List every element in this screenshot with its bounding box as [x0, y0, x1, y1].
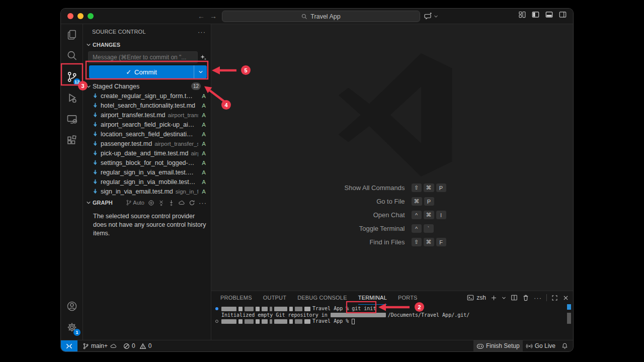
command-center[interactable]: Travel App	[222, 11, 420, 22]
finish-setup-button[interactable]: Finish Setup	[473, 340, 523, 351]
toggle-panel-icon[interactable]	[545, 11, 553, 19]
keycap: ⌘	[424, 211, 434, 219]
chevron-down-icon	[86, 200, 91, 205]
check-icon: ✓	[126, 68, 131, 76]
keycap: ⇧	[412, 238, 422, 246]
sidebar-item-remote-explorer[interactable]	[61, 109, 83, 130]
terminal-scrollbar[interactable]	[567, 313, 571, 324]
keycap: ⇧	[412, 184, 422, 192]
maximize-panel-icon[interactable]	[551, 295, 558, 301]
close-panel-icon[interactable]	[562, 295, 569, 301]
staged-file-row[interactable]: location_search_field_destination_l...A	[83, 129, 211, 139]
shortcut-label: Toggle Terminal	[272, 225, 405, 232]
commit-button-main[interactable]: ✓ Commit	[89, 65, 194, 78]
staged-file-row[interactable]: passenger.test.mdairport_transfer_s...A	[83, 139, 211, 148]
terminal-output[interactable]: Travel App % git init Initialized empty …	[211, 306, 573, 325]
panel-more-icon[interactable]: ···	[534, 294, 542, 302]
terminal-line: Travel App % git init	[215, 306, 573, 312]
git-status-added: A	[201, 189, 206, 195]
workbench: 12 1	[61, 24, 573, 340]
tab-output[interactable]: OUTPUT	[263, 291, 286, 304]
fetch-icon[interactable]	[158, 200, 165, 206]
kill-terminal-icon[interactable]	[522, 294, 529, 301]
git-status-added: A	[201, 150, 206, 156]
sidebar-item-extensions[interactable]	[61, 130, 83, 151]
more-actions-icon[interactable]: ···	[198, 28, 206, 36]
new-terminal-icon[interactable]	[491, 295, 497, 301]
shell-selector[interactable]: zsh	[467, 294, 486, 301]
tab-terminal[interactable]: TERMINAL	[358, 291, 387, 305]
changes-section-header[interactable]: CHANGES	[83, 39, 211, 50]
git-status-added: A	[201, 179, 206, 185]
error-icon	[123, 343, 130, 349]
shortcut-row: Open Chat ^⌘I	[272, 211, 513, 219]
staged-file-row[interactable]: create_regular_sign_up_form.test.mdA	[83, 91, 211, 101]
toggle-primary-sidebar-icon[interactable]	[531, 11, 540, 19]
command-center-label: Travel App	[310, 13, 340, 20]
staged-file-row[interactable]: regular_sign_in_via_mobile.test.md...A	[83, 177, 211, 187]
staged-file-row[interactable]: settings_block_for_not_logged-in_u...A	[83, 158, 211, 167]
commit-message-input[interactable]	[88, 51, 198, 63]
forward-icon[interactable]: →	[210, 12, 217, 20]
minimize-window-button[interactable]	[77, 13, 84, 19]
close-window-button[interactable]	[67, 13, 73, 19]
sidebar-item-run-debug[interactable]	[61, 87, 83, 109]
target-icon[interactable]	[148, 200, 154, 206]
markdown-file-icon	[93, 112, 98, 118]
settings-button[interactable]: 1	[61, 317, 83, 338]
notifications-button[interactable]	[558, 340, 573, 351]
pull-icon[interactable]	[168, 200, 175, 206]
remote-indicator[interactable]	[61, 340, 77, 351]
keycap: ⌘	[412, 197, 422, 206]
back-icon[interactable]: ←	[198, 12, 205, 20]
markdown-file-icon	[93, 93, 98, 99]
sparkle-icon[interactable]	[200, 54, 207, 61]
auto-label: Auto	[133, 200, 144, 206]
chevron-down-icon	[434, 14, 438, 19]
zoom-window-button[interactable]	[88, 13, 94, 19]
git-status-added: A	[201, 141, 206, 147]
sidebar-item-explorer[interactable]	[61, 24, 83, 45]
tab-debug-console[interactable]: DEBUG CONSOLE	[297, 291, 347, 304]
accounts-button[interactable]	[61, 296, 83, 317]
sidebar-item-search[interactable]	[61, 45, 83, 66]
shortcut-label: Find in Files	[272, 238, 405, 246]
staged-file-row[interactable]: hotel_search_functionality.test.mdA	[83, 101, 211, 110]
cloud-icon[interactable]	[178, 200, 185, 206]
commit-button[interactable]: ✓ Commit	[89, 65, 207, 78]
graph-section-header[interactable]: GRAPH Auto ···	[83, 197, 211, 208]
broadcast-icon	[526, 343, 533, 349]
chevron-down-icon[interactable]	[502, 296, 506, 300]
shell-label: zsh	[476, 294, 486, 301]
staged-changes-header[interactable]: Staged Changes 12	[83, 81, 211, 91]
staged-file-row[interactable]: pick-up_date_and_time.test.mdairp...A	[83, 148, 211, 158]
branch-status[interactable]: main+	[79, 340, 120, 351]
toggle-secondary-sidebar-icon[interactable]	[558, 11, 567, 19]
graph-more-icon[interactable]: ···	[199, 199, 207, 207]
auto-toggle[interactable]: Auto	[126, 200, 144, 206]
commit-dropdown[interactable]	[194, 65, 207, 78]
copilot-chat-button[interactable]	[424, 10, 438, 22]
shortcut-row: Go to File ⌘P	[272, 197, 513, 206]
refresh-icon[interactable]	[189, 200, 195, 206]
file-path: airport_transfer_s...	[154, 141, 198, 147]
split-terminal-icon[interactable]	[511, 294, 518, 301]
keycap: `	[424, 224, 434, 233]
keycap: P	[436, 184, 446, 192]
problems-status[interactable]: 0 0	[120, 340, 154, 351]
chevron-down-icon	[198, 69, 203, 74]
file-name: pick-up_date_and_time.test.md	[101, 150, 188, 157]
watermark-shortcuts: Show All Commands ⇧⌘P Go to File ⌘P Open…	[211, 184, 573, 246]
terminal-cursor	[352, 319, 355, 324]
staged-file-row[interactable]: sign_in_via_email.test.mdsign_in_fo...A	[83, 187, 211, 196]
search-view-icon	[66, 50, 77, 61]
go-live-button[interactable]: Go Live	[523, 340, 558, 351]
tab-problems[interactable]: PROBLEMS	[220, 291, 252, 304]
staged-changes-label: Staged Changes	[93, 83, 190, 90]
markdown-file-icon	[93, 189, 98, 194]
staged-file-row[interactable]: airport_transfer.test.mdairport_trans...…	[83, 110, 211, 120]
staged-file-row[interactable]: airport_search_field_pick-up_airpor...A	[83, 120, 211, 129]
customize-layout-icon[interactable]	[518, 11, 526, 19]
tab-ports[interactable]: PORTS	[398, 291, 418, 304]
staged-file-row[interactable]: regular_sign_in_via_email.test.mdsi...A	[83, 167, 211, 177]
